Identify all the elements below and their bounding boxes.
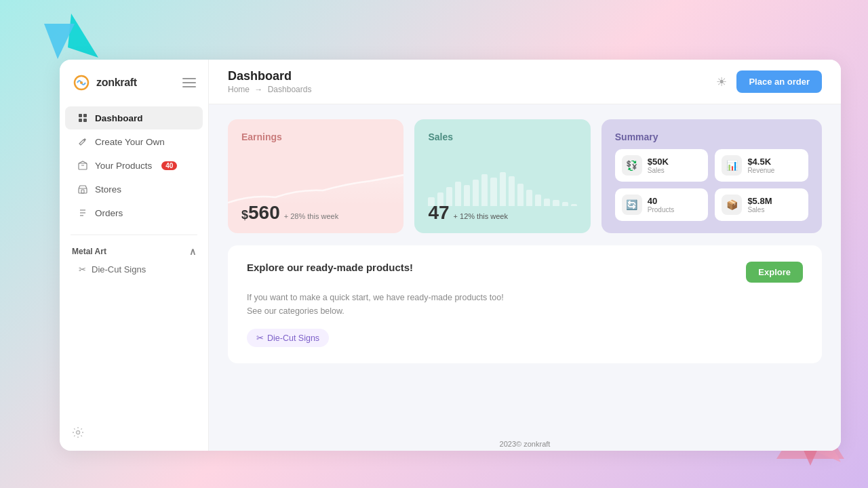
nav-menu: Dashboard Create Your Own Your Products …: [60, 103, 208, 228]
summary-label-1: Revenue: [747, 167, 774, 174]
topbar: Dashboard Home → Dashboards ☀ Place an o…: [209, 60, 841, 104]
earnings-value: $560+ 28% this week: [241, 202, 338, 224]
sales-bar: [535, 195, 541, 206]
summary-value-3: $5.8M: [747, 196, 772, 206]
footer-text: 2023© zonkraft: [500, 440, 551, 448]
sales-bar: [544, 199, 550, 206]
summary-icon-0: 💱: [622, 155, 642, 176]
sidebar-divider: [71, 235, 197, 235]
edit-icon: [77, 136, 88, 147]
explore-description: If you want to make a quick start, we ha…: [247, 291, 803, 318]
settings-icon[interactable]: [72, 429, 84, 441]
summary-icon-1: 📊: [722, 155, 742, 176]
nav-item-dashboard[interactable]: Dashboard: [65, 106, 203, 129]
place-order-button[interactable]: Place an order: [736, 70, 822, 93]
summary-card: Summary 💱 $50K Sales 📊 $4.5K Revenue 🔄 4…: [601, 119, 822, 233]
nav-label-orders: Orders: [95, 208, 123, 218]
svg-point-6: [80, 81, 83, 84]
store-icon: [77, 184, 88, 195]
topbar-right: ☀ Place an order: [716, 70, 822, 93]
sales-bar: [553, 200, 559, 206]
breadcrumb: Home → Dashboards: [228, 85, 311, 94]
earnings-title: Earnings: [241, 131, 390, 142]
breadcrumb-home[interactable]: Home: [228, 85, 250, 94]
box-icon: [77, 160, 88, 171]
svg-point-17: [77, 431, 80, 434]
svg-rect-12: [79, 188, 87, 193]
earnings-change: + 28% this week: [284, 212, 338, 220]
svg-rect-11: [79, 163, 87, 169]
hamburger-icon[interactable]: [182, 78, 196, 87]
nav-label-create: Create Your Own: [95, 137, 165, 147]
svg-rect-7: [79, 114, 82, 117]
summary-value-0: $50K: [648, 157, 669, 167]
explore-tag-icon: ✂: [256, 333, 264, 343]
summary-grid: 💱 $50K Sales 📊 $4.5K Revenue 🔄 40 Produc…: [615, 149, 808, 221]
grid-icon: [77, 113, 88, 123]
sales-change: + 12% this week: [454, 212, 508, 220]
earnings-currency: $: [241, 208, 248, 222]
summary-item-0: 💱 $50K Sales: [615, 149, 709, 182]
sales-bar: [517, 184, 524, 206]
explore-title: Explore our ready-made products!: [247, 262, 413, 273]
summary-label-3: Sales: [747, 206, 772, 214]
explore-tag-diecut[interactable]: ✂ Die-Cut Signs: [247, 329, 329, 347]
sidebar-footer: [60, 417, 208, 451]
list-icon: [77, 207, 88, 218]
sidebar-header: zonkraft: [60, 60, 208, 103]
stats-row: Earnings $560+ 28% this week: [228, 119, 822, 233]
nav-label-dashboard: Dashboard: [95, 113, 143, 123]
svg-rect-13: [81, 190, 84, 193]
summary-icon-2: 🔄: [622, 195, 642, 215]
logo-text: zonkraft: [96, 77, 137, 89]
nav-label-stores: Stores: [95, 184, 121, 195]
earnings-chart: [228, 169, 403, 206]
summary-label-0: Sales: [648, 167, 669, 174]
sales-bar: [500, 172, 506, 206]
sidebar-subitem-label: Die-Cut Signs: [92, 264, 146, 274]
theme-toggle[interactable]: ☀: [716, 75, 727, 89]
sales-value: 47+ 12% this week: [428, 202, 508, 224]
sales-bar: [571, 204, 577, 206]
summary-item-3: 📦 $5.8M Sales: [715, 188, 808, 221]
svg-marker-0: [68, 14, 98, 58]
sales-bar: [526, 190, 532, 206]
svg-rect-8: [83, 114, 87, 117]
explore-desc-line1: If you want to make a quick start, we ha…: [247, 293, 504, 302]
summary-label-2: Products: [648, 206, 674, 214]
sales-card: Sales 47+ 12% this week: [414, 119, 590, 233]
summary-title: Summary: [615, 131, 808, 142]
explore-card: Explore our ready-made products! Explore…: [228, 245, 822, 363]
nav-item-create[interactable]: Create Your Own: [65, 130, 203, 153]
main-card: zonkraft Dashboard Create Your Own: [60, 60, 841, 451]
logo-area: zonkraft: [72, 73, 137, 92]
nav-item-stores[interactable]: Stores: [65, 178, 203, 201]
section-toggle[interactable]: ∧: [189, 246, 196, 257]
summary-value-2: 40: [648, 196, 674, 206]
breadcrumb-current: Dashboards: [268, 85, 312, 94]
products-badge: 40: [161, 161, 177, 170]
explore-header: Explore our ready-made products! Explore: [247, 262, 803, 283]
earnings-amount: 560: [248, 202, 280, 223]
explore-tags: ✂ Die-Cut Signs: [247, 329, 803, 347]
earnings-card: Earnings $560+ 28% this week: [228, 119, 403, 233]
nav-label-products: Your Products: [95, 161, 152, 171]
main-content: Dashboard Home → Dashboards ☀ Place an o…: [209, 60, 841, 451]
svg-rect-10: [83, 119, 87, 122]
page-title: Dashboard: [228, 69, 311, 83]
sales-bar: [562, 202, 568, 206]
summary-value-1: $4.5K: [747, 157, 774, 167]
topbar-left: Dashboard Home → Dashboards: [228, 69, 311, 94]
sidebar: zonkraft Dashboard Create Your Own: [60, 60, 209, 451]
sidebar-subitem-diecut[interactable]: ✂ Die-Cut Signs: [60, 260, 208, 279]
page-footer: 2023© zonkraft: [209, 433, 841, 451]
nav-item-products[interactable]: Your Products 40: [65, 154, 203, 177]
explore-button[interactable]: Explore: [746, 262, 803, 283]
section-label: Metal Art: [72, 247, 106, 256]
sales-bar: [481, 174, 488, 206]
sales-bar: [509, 176, 515, 206]
sales-amount: 47: [428, 202, 449, 223]
sun-icon: ☀: [716, 75, 727, 89]
explore-tag-label: Die-Cut Signs: [267, 333, 319, 343]
nav-item-orders[interactable]: Orders: [65, 201, 203, 224]
